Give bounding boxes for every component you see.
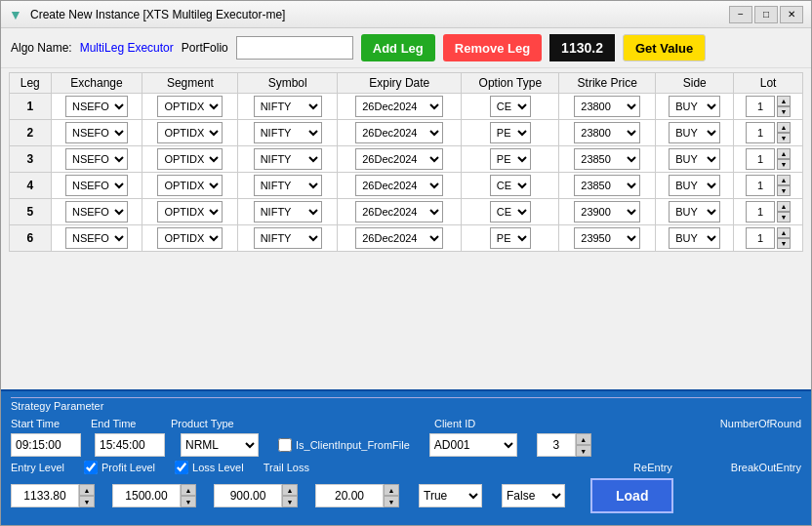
- client-id-select[interactable]: AD001: [429, 433, 517, 457]
- lot-up[interactable]: ▲: [777, 227, 791, 238]
- side-select[interactable]: BUYSELL: [669, 201, 720, 223]
- expiry-select[interactable]: 26Dec2024: [355, 175, 443, 196]
- product-type-select[interactable]: NRML MIS CNC: [181, 433, 259, 457]
- close-button[interactable]: ✕: [780, 6, 803, 23]
- number-of-round-up[interactable]: ▲: [576, 433, 591, 445]
- profit-level-checkbox[interactable]: [84, 461, 98, 474]
- cell-strike[interactable]: 23950: [559, 225, 656, 252]
- lot-up[interactable]: ▲: [777, 96, 791, 106]
- cell-segment[interactable]: OPTIDX: [142, 94, 238, 120]
- option-type-select[interactable]: CEPE: [490, 227, 531, 249]
- lot-input[interactable]: [746, 96, 775, 117]
- trail-loss-down[interactable]: ▼: [384, 496, 399, 507]
- cell-side[interactable]: BUYSELL: [656, 173, 734, 199]
- start-time-input[interactable]: [11, 433, 81, 457]
- symbol-select[interactable]: NIFTY: [254, 201, 322, 223]
- entry-level-input[interactable]: [11, 484, 79, 507]
- lot-up[interactable]: ▲: [777, 175, 791, 185]
- side-select[interactable]: BUYSELL: [669, 148, 720, 170]
- strike-select[interactable]: 23900: [574, 201, 640, 223]
- cell-strike[interactable]: 23900: [559, 199, 656, 225]
- loss-level-input[interactable]: [214, 484, 282, 507]
- cell-strike[interactable]: 23800: [559, 120, 656, 146]
- exchange-select[interactable]: NSEFO: [65, 175, 128, 196]
- profit-level-input[interactable]: [112, 484, 181, 507]
- cell-expiry[interactable]: 26Dec2024: [338, 225, 462, 252]
- breakout-entry-select[interactable]: False True: [502, 484, 565, 507]
- number-of-round-input[interactable]: [537, 433, 576, 457]
- cell-exchange[interactable]: NSEFO: [51, 199, 142, 225]
- strike-select[interactable]: 23800: [574, 96, 640, 117]
- cell-exchange[interactable]: NSEFO: [51, 94, 142, 120]
- strike-select[interactable]: 23850: [574, 148, 640, 170]
- profit-level-up[interactable]: ▲: [181, 484, 196, 496]
- portfolio-input[interactable]: [236, 36, 353, 60]
- option-type-select[interactable]: CEPE: [490, 148, 531, 170]
- remove-leg-button[interactable]: Remove Leg: [443, 34, 542, 61]
- cell-symbol[interactable]: NIFTY: [238, 146, 338, 173]
- cell-lot[interactable]: ▲▼: [734, 146, 803, 173]
- symbol-select[interactable]: NIFTY: [254, 96, 322, 117]
- cell-option-type[interactable]: CEPE: [462, 146, 559, 173]
- exchange-select[interactable]: NSEFO: [65, 227, 128, 249]
- end-time-input[interactable]: [95, 433, 165, 457]
- lot-input[interactable]: [746, 148, 775, 170]
- profit-level-down[interactable]: ▼: [181, 496, 196, 507]
- segment-select[interactable]: OPTIDX: [157, 175, 223, 196]
- cell-strike[interactable]: 23850: [559, 146, 656, 173]
- lot-up[interactable]: ▲: [777, 201, 791, 212]
- add-leg-button[interactable]: Add Leg: [361, 34, 435, 61]
- cell-lot[interactable]: ▲▼: [734, 199, 803, 225]
- maximize-button[interactable]: □: [754, 6, 778, 23]
- lot-down[interactable]: ▼: [777, 238, 791, 249]
- cell-segment[interactable]: OPTIDX: [142, 120, 238, 146]
- side-select[interactable]: BUYSELL: [669, 227, 720, 249]
- cell-symbol[interactable]: NIFTY: [238, 199, 338, 225]
- expiry-select[interactable]: 26Dec2024: [355, 148, 443, 170]
- expiry-select[interactable]: 26Dec2024: [355, 227, 443, 249]
- loss-level-up[interactable]: ▲: [282, 484, 298, 496]
- number-of-round-down[interactable]: ▼: [576, 445, 591, 457]
- lot-input[interactable]: [746, 227, 775, 249]
- cell-exchange[interactable]: NSEFO: [51, 225, 142, 252]
- lot-down[interactable]: ▼: [777, 212, 791, 223]
- side-select[interactable]: BUYSELL: [669, 175, 720, 196]
- cell-option-type[interactable]: CEPE: [462, 94, 559, 120]
- cell-lot[interactable]: ▲▼: [734, 225, 803, 252]
- cell-side[interactable]: BUYSELL: [656, 146, 734, 173]
- lot-down[interactable]: ▼: [777, 133, 791, 143]
- cell-lot[interactable]: ▲▼: [734, 173, 803, 199]
- cell-side[interactable]: BUYSELL: [656, 94, 734, 120]
- cell-option-type[interactable]: CEPE: [462, 199, 559, 225]
- exchange-select[interactable]: NSEFO: [65, 201, 128, 223]
- cell-segment[interactable]: OPTIDX: [142, 225, 238, 252]
- cell-exchange[interactable]: NSEFO: [51, 146, 142, 173]
- option-type-select[interactable]: CEPE: [490, 122, 531, 143]
- cell-side[interactable]: BUYSELL: [656, 225, 734, 252]
- cell-strike[interactable]: 23800: [559, 94, 656, 120]
- symbol-select[interactable]: NIFTY: [254, 175, 322, 196]
- cell-option-type[interactable]: CEPE: [462, 225, 559, 252]
- cell-lot[interactable]: ▲▼: [734, 120, 803, 146]
- loss-level-down[interactable]: ▼: [282, 496, 298, 507]
- exchange-select[interactable]: NSEFO: [65, 122, 128, 143]
- client-input-checkbox[interactable]: [278, 438, 292, 452]
- option-type-select[interactable]: CEPE: [490, 96, 531, 117]
- lot-down[interactable]: ▼: [777, 106, 791, 117]
- entry-level-up[interactable]: ▲: [79, 484, 95, 496]
- trail-loss-input[interactable]: [315, 484, 384, 507]
- lot-input[interactable]: [746, 122, 775, 143]
- expiry-select[interactable]: 26Dec2024: [355, 122, 443, 143]
- expiry-select[interactable]: 26Dec2024: [355, 201, 443, 223]
- cell-side[interactable]: BUYSELL: [656, 120, 734, 146]
- cell-exchange[interactable]: NSEFO: [51, 173, 142, 199]
- symbol-select[interactable]: NIFTY: [254, 122, 322, 143]
- cell-segment[interactable]: OPTIDX: [142, 146, 238, 173]
- load-button[interactable]: Load: [590, 478, 673, 513]
- segment-select[interactable]: OPTIDX: [157, 201, 223, 223]
- cell-expiry[interactable]: 26Dec2024: [338, 173, 462, 199]
- exchange-select[interactable]: NSEFO: [65, 148, 128, 170]
- cell-expiry[interactable]: 26Dec2024: [338, 94, 462, 120]
- expiry-select[interactable]: 26Dec2024: [355, 96, 443, 117]
- segment-select[interactable]: OPTIDX: [157, 148, 223, 170]
